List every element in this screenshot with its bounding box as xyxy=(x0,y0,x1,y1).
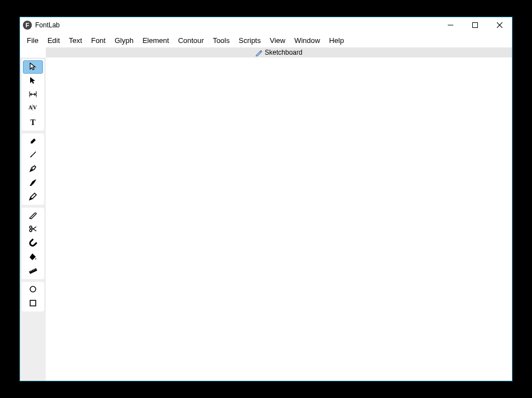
svg-rect-20 xyxy=(30,300,36,306)
menu-view[interactable]: View xyxy=(265,35,290,46)
tool-kerning[interactable]: A V xyxy=(23,102,43,116)
titlebar-left: F FontLab xyxy=(20,21,60,30)
menu-font[interactable]: Font xyxy=(87,35,110,46)
app-window: F FontLab File Edit Text Font Glyph Elem… xyxy=(20,17,512,381)
menu-element[interactable]: Element xyxy=(138,35,174,46)
window-controls xyxy=(438,17,512,33)
brush-icon xyxy=(28,150,37,161)
kerning-av-icon: A V xyxy=(28,103,37,114)
minimize-button[interactable] xyxy=(438,17,463,33)
maximize-button[interactable] xyxy=(463,17,487,33)
tool-scissors[interactable] xyxy=(23,223,43,236)
app-icon: F xyxy=(23,21,32,30)
menu-window[interactable]: Window xyxy=(290,35,324,46)
tool-ellipse[interactable] xyxy=(23,283,43,296)
svg-rect-1 xyxy=(473,23,478,28)
tool-rectangle[interactable] xyxy=(23,297,43,310)
tool-rapid[interactable] xyxy=(23,176,43,190)
tool-knife[interactable] xyxy=(23,209,43,222)
tool-text[interactable]: T xyxy=(23,116,43,130)
tool-group-edit xyxy=(22,208,44,279)
menubar: File Edit Text Font Glyph Element Contou… xyxy=(20,33,512,47)
tool-magnet[interactable] xyxy=(23,237,43,250)
tool-pen[interactable] xyxy=(23,162,43,176)
spacing-icon xyxy=(28,90,37,100)
rapid-icon xyxy=(28,178,37,189)
tool-group-selection: A V T xyxy=(22,59,44,131)
menu-help[interactable]: Help xyxy=(324,35,348,46)
menu-tools[interactable]: Tools xyxy=(208,35,234,46)
menu-file[interactable]: File xyxy=(22,35,43,46)
tool-pointer-outline[interactable] xyxy=(23,60,43,74)
tool-pencil[interactable] xyxy=(23,190,43,204)
text-icon: T xyxy=(30,118,35,127)
main-area: A V T xyxy=(20,57,512,381)
svg-point-19 xyxy=(30,286,36,292)
tool-brush[interactable] xyxy=(23,148,43,162)
magnet-icon xyxy=(28,238,37,249)
tab-label: Sketchboard xyxy=(265,49,302,56)
menu-contour[interactable]: Contour xyxy=(174,35,208,46)
tool-group-shapes xyxy=(22,282,44,311)
pointer-outline-icon xyxy=(28,62,37,73)
pencil-icon xyxy=(28,192,37,203)
tool-group-draw xyxy=(22,133,44,205)
pointer-solid-icon xyxy=(28,76,37,87)
menu-glyph[interactable]: Glyph xyxy=(110,35,138,46)
svg-text:V: V xyxy=(33,104,37,111)
tool-spacing[interactable] xyxy=(23,88,43,102)
sketchboard-icon xyxy=(255,49,262,56)
menu-edit[interactable]: Edit xyxy=(43,35,64,46)
ruler-icon xyxy=(28,266,37,277)
tool-eraser[interactable] xyxy=(23,135,43,148)
fill-bucket-icon xyxy=(28,252,37,263)
eraser-icon xyxy=(28,136,37,147)
knife-icon xyxy=(28,210,37,221)
rectangle-icon xyxy=(28,299,37,309)
menu-text[interactable]: Text xyxy=(64,35,87,46)
canvas[interactable] xyxy=(46,57,512,381)
tool-ruler[interactable] xyxy=(23,265,43,278)
titlebar: F FontLab xyxy=(20,17,512,33)
svg-text:A: A xyxy=(28,104,32,111)
scissors-icon xyxy=(28,224,37,235)
tool-pointer-solid[interactable] xyxy=(23,74,43,88)
app-title: FontLab xyxy=(35,21,60,29)
ellipse-icon xyxy=(28,285,37,295)
tool-fill[interactable] xyxy=(23,251,43,264)
toolbar: A V T xyxy=(20,57,46,381)
pen-nib-icon xyxy=(28,164,37,175)
close-button[interactable] xyxy=(487,17,512,33)
menu-scripts[interactable]: Scripts xyxy=(234,35,266,46)
tab-sketchboard[interactable]: Sketchboard xyxy=(46,47,512,57)
